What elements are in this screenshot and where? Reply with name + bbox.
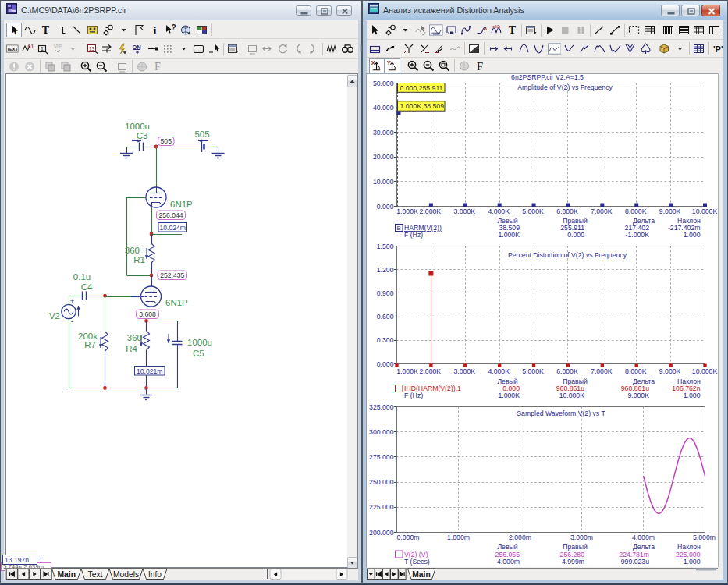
- svg-text:1000u: 1000u: [187, 338, 212, 347]
- svg-text:T (Secs): T (Secs): [404, 558, 430, 566]
- svg-text:9.000K: 9.000K: [659, 207, 681, 215]
- svg-text:T: T: [509, 24, 517, 36]
- svg-text:X: X: [371, 59, 375, 66]
- svg-text:10.000K: 10.000K: [692, 367, 718, 375]
- svg-text:4.000K: 4.000K: [488, 367, 510, 375]
- svg-text:Дельта: Дельта: [633, 543, 655, 551]
- svg-text:1.200: 1.200: [377, 266, 394, 274]
- svg-text:999.023u: 999.023u: [621, 558, 649, 566]
- svg-text:4.000m: 4.000m: [497, 558, 520, 566]
- svg-text:5.000K: 5.000K: [522, 207, 544, 215]
- svg-text:10.000: 10.000: [373, 178, 394, 186]
- svg-text:R7: R7: [84, 340, 96, 349]
- svg-text:505: 505: [161, 137, 172, 145]
- svg-text:VIP: VIP: [54, 44, 62, 49]
- svg-text:8.000K: 8.000K: [625, 367, 647, 375]
- svg-text:3.000K: 3.000K: [454, 367, 476, 375]
- svg-text:Main: Main: [58, 570, 76, 579]
- svg-text:3.000K: 3.000K: [454, 207, 476, 215]
- svg-text:F (Hz): F (Hz): [404, 231, 423, 239]
- svg-text:1.000K,38.509: 1.000K,38.509: [400, 102, 445, 110]
- svg-text:Правый: Правый: [563, 217, 588, 225]
- svg-text:40.000: 40.000: [373, 104, 394, 112]
- svg-text:'P': 'P': [712, 44, 723, 53]
- svg-text:2.000K: 2.000K: [420, 367, 442, 375]
- svg-text:1: 1: [41, 46, 44, 51]
- svg-text:252.435: 252.435: [160, 271, 184, 279]
- svg-text:Sampled Waveform V(2) vs T: Sampled Waveform V(2) vs T: [517, 410, 605, 417]
- svg-text:6.000K: 6.000K: [556, 367, 578, 375]
- svg-text:10.024m: 10.024m: [160, 224, 186, 232]
- svg-text:R4: R4: [126, 344, 137, 353]
- svg-text:1.000: 1.000: [684, 231, 701, 239]
- svg-text:3.608: 3.608: [139, 310, 156, 318]
- svg-text:Amplitude of V(2) vs Frequency: Amplitude of V(2) vs Frequency: [517, 83, 613, 91]
- svg-text:0.000: 0.000: [377, 203, 394, 211]
- svg-text:275.000: 275.000: [369, 453, 394, 461]
- svg-text:Левый: Левый: [497, 543, 517, 551]
- svg-text:+: +: [70, 297, 74, 305]
- svg-text:i: i: [153, 24, 156, 36]
- svg-text:10.000K: 10.000K: [559, 392, 585, 399]
- svg-text:5.000m: 5.000m: [693, 534, 716, 541]
- svg-text:7.000K: 7.000K: [591, 207, 613, 215]
- svg-text:1.000K: 1.000K: [498, 231, 520, 239]
- svg-text:Y: Y: [387, 59, 391, 66]
- svg-text:50.000: 50.000: [373, 80, 394, 87]
- svg-text:-1.000K: -1.000K: [626, 231, 650, 239]
- svg-text:30.000: 30.000: [373, 129, 394, 136]
- svg-text:Text: Text: [88, 570, 103, 579]
- svg-text:61: 61: [27, 44, 34, 49]
- svg-text:B: B: [397, 225, 401, 232]
- svg-text:1.000K: 1.000K: [396, 207, 418, 215]
- svg-text:V2: V2: [49, 311, 60, 321]
- svg-text:1.000K: 1.000K: [396, 367, 418, 375]
- svg-text:360: 360: [127, 333, 142, 342]
- svg-text:Models: Models: [113, 570, 139, 579]
- svg-text:8.000K: 8.000K: [625, 207, 647, 215]
- svg-text:1.000K: 1.000K: [498, 392, 520, 399]
- svg-text:Дельта: Дельта: [633, 217, 655, 225]
- svg-text:Левый: Левый: [497, 217, 517, 225]
- svg-text:10.021m: 10.021m: [137, 367, 162, 375]
- svg-text:60: 60: [495, 24, 499, 29]
- svg-text:0.1u: 0.1u: [73, 272, 91, 282]
- svg-text:Правый: Правый: [563, 378, 588, 385]
- svg-text:9.000K: 9.000K: [659, 367, 681, 375]
- svg-text:1.000m: 1.000m: [447, 534, 470, 541]
- svg-text:300.000: 300.000: [369, 428, 394, 436]
- svg-text:0.600: 0.600: [377, 313, 394, 321]
- svg-text:0.900: 0.900: [377, 289, 394, 297]
- svg-text:4.000m: 4.000m: [632, 534, 655, 541]
- svg-text:2.000K: 2.000K: [420, 207, 442, 215]
- svg-text:10.000K: 10.000K: [692, 207, 718, 215]
- svg-text:3.000m: 3.000m: [570, 534, 593, 541]
- svg-text:6.000K: 6.000K: [556, 207, 578, 215]
- svg-text:Левый: Левый: [497, 378, 517, 385]
- svg-text:9.000K: 9.000K: [627, 392, 649, 399]
- svg-text:360: 360: [125, 246, 140, 255]
- svg-text:0.000: 0.000: [377, 360, 394, 368]
- svg-text:0.000: 0.000: [567, 231, 584, 239]
- svg-text:7.000K: 7.000K: [591, 367, 613, 375]
- svg-text:F: F: [476, 59, 482, 72]
- svg-text:C5: C5: [193, 349, 204, 358]
- svg-text:250.000: 250.000: [369, 478, 394, 486]
- svg-text:Наклон: Наклон: [677, 217, 701, 225]
- svg-text:Наклон: Наклон: [677, 378, 701, 385]
- svg-text:1.000: 1.000: [684, 392, 701, 399]
- svg-text:505: 505: [194, 129, 209, 139]
- svg-text:1.000: 1.000: [684, 558, 701, 566]
- svg-text:Percent Distortion of V(2) vs: Percent Distortion of V(2) vs Frequency: [508, 251, 627, 259]
- svg-text:-: -: [71, 316, 74, 325]
- svg-text:Правый: Правый: [563, 543, 588, 551]
- svg-text:0.000,255.911: 0.000,255.911: [400, 84, 443, 92]
- svg-text:TEXT: TEXT: [7, 47, 19, 51]
- svg-text:F: F: [154, 61, 161, 73]
- svg-text:1000u: 1000u: [125, 122, 150, 131]
- svg-text:1.500: 1.500: [377, 243, 394, 250]
- svg-text:C4: C4: [81, 282, 93, 292]
- svg-text:4.000K: 4.000K: [488, 207, 510, 215]
- svg-text:C3: C3: [137, 131, 148, 140]
- svg-text:0.000m: 0.000m: [397, 534, 420, 541]
